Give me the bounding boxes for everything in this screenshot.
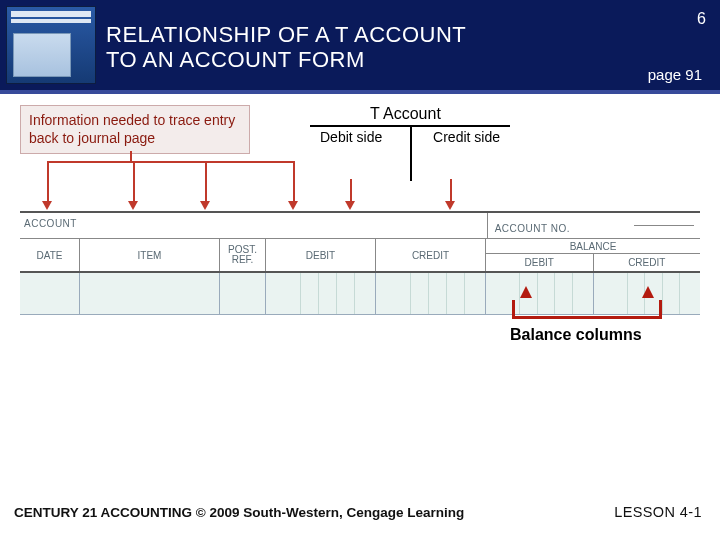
arrow-segment [130, 151, 132, 161]
title-line-1: RELATIONSHIP OF A T ACCOUNT [106, 22, 466, 47]
account-form-column-headers: DATE ITEM POST. REF. DEBIT CREDIT BALANC… [20, 239, 700, 273]
slide-number: 6 [697, 10, 706, 28]
account-label: ACCOUNT [20, 208, 81, 229]
col-balance: BALANCE DEBIT CREDIT [486, 239, 700, 271]
col-post-ref: POST. REF. [220, 239, 266, 271]
t-account-graphic: Debit side Credit side [310, 125, 510, 181]
balance-columns-label: Balance columns [510, 326, 642, 344]
arrow-segment [47, 161, 49, 201]
col-item: ITEM [80, 239, 220, 271]
arrow-segment [350, 179, 352, 203]
page-reference: page 91 [648, 66, 702, 83]
balance-debit-header: DEBIT [486, 254, 594, 271]
t-account-label: T Account [370, 105, 441, 123]
title-line-2: TO AN ACCOUNT FORM [106, 47, 365, 72]
arrow-down-icon [445, 201, 455, 210]
footer-copyright: CENTURY 21 ACCOUNTING © 2009 South-Weste… [14, 505, 464, 520]
arrow-segment [47, 161, 293, 163]
arrow-down-icon [128, 201, 138, 210]
diagram-area: Information needed to trace entry back t… [20, 105, 700, 335]
account-form-empty-rows [20, 273, 700, 315]
slide-header: 6 RELATIONSHIP OF A T ACCOUNT TO AN ACCO… [0, 0, 720, 90]
arrow-down-icon [345, 201, 355, 210]
credit-side-label: Credit side [433, 129, 500, 145]
arrow-segment [450, 179, 452, 203]
arrow-segment [293, 161, 295, 201]
account-form-heading-row: ACCOUNT ACCOUNT NO. [20, 211, 700, 239]
book-cover-thumbnail [6, 6, 96, 84]
arrow-down-icon [200, 201, 210, 210]
account-no-label: ACCOUNT NO. [491, 213, 640, 234]
footer-lesson: LESSON 4-1 [614, 504, 702, 520]
arrow-down-icon [288, 201, 298, 210]
post-ref-line2: REF. [232, 255, 254, 265]
debit-side-label: Debit side [320, 129, 382, 145]
trace-callout: Information needed to trace entry back t… [20, 105, 250, 154]
arrow-segment [205, 161, 207, 201]
arrow-segment [133, 161, 135, 201]
col-credit: CREDIT [376, 239, 486, 271]
balance-header: BALANCE [486, 239, 700, 254]
account-form: ACCOUNT ACCOUNT NO. DATE ITEM POST. REF.… [20, 211, 700, 315]
col-debit: DEBIT [266, 239, 376, 271]
col-date: DATE [20, 239, 80, 271]
balance-credit-header: CREDIT [594, 254, 701, 271]
slide-title: RELATIONSHIP OF A T ACCOUNT TO AN ACCOUN… [106, 22, 466, 73]
